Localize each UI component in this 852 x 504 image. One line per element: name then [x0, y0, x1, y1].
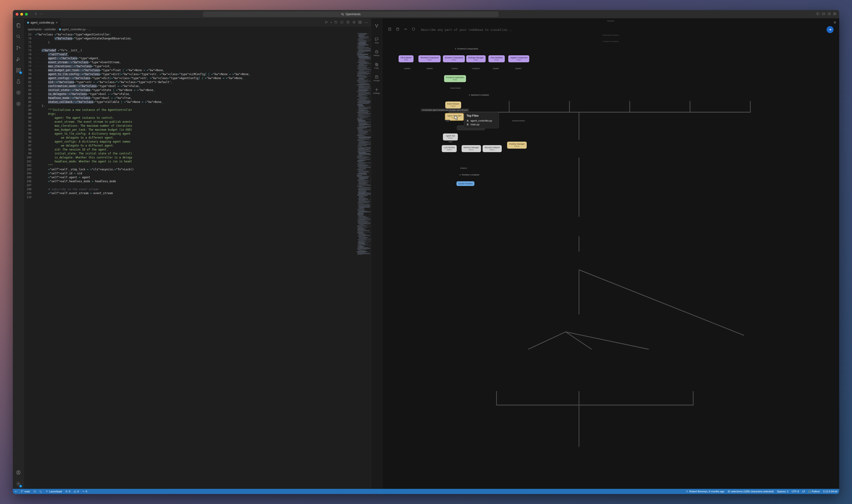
broadcast-icon[interactable]: [404, 27, 407, 32]
minimap[interactable]: [355, 32, 371, 489]
explorer-icon[interactable]: [13, 20, 24, 31]
search-icon[interactable]: [13, 32, 24, 42]
node-memory[interactable]: Memory ManagerPython: [461, 145, 481, 152]
svg-rect-37: [376, 64, 378, 66]
node-browser[interactable]: Browser ComponentReact: [443, 55, 465, 62]
editor-tabs: ⬢ agent_controller.py ✕: [24, 18, 371, 26]
run-dropdown-icon[interactable]: ▾: [331, 21, 332, 23]
settings-tool[interactable]: Settings: [373, 85, 381, 96]
svg-point-25: [18, 471, 19, 472]
close-tab-icon[interactable]: ✕: [56, 21, 58, 24]
python-file-icon: ⬢: [27, 21, 29, 24]
node-jupyter[interactable]: Jupyter ComponentReact: [508, 55, 529, 62]
testing-icon[interactable]: [13, 76, 24, 87]
launchpad[interactable]: Launchpad: [46, 490, 62, 493]
remote-indicator[interactable]: [15, 490, 18, 493]
window-minimize[interactable]: [20, 13, 23, 16]
more-icon[interactable]: ⋯: [364, 20, 368, 25]
split-icon[interactable]: [358, 20, 362, 25]
step-icon[interactable]: [340, 20, 344, 25]
gitlens-icon[interactable]: [13, 88, 24, 98]
node-docker[interactable]: Docker Runtime: [456, 181, 474, 186]
db-mode-icon[interactable]: [396, 27, 400, 32]
close-panel-icon[interactable]: ✕: [833, 20, 836, 25]
svg-point-32: [375, 24, 376, 25]
svg-point-27: [341, 21, 343, 23]
revert-icon[interactable]: [334, 20, 338, 25]
search-text: OpenHands: [346, 13, 361, 16]
run-icon[interactable]: [325, 20, 328, 25]
ports[interactable]: 0: [82, 490, 87, 493]
node-chat[interactable]: Chat InterfaceReact: [488, 55, 505, 62]
node-file-explorer[interactable]: File ExplorerReact: [399, 55, 414, 62]
gitlens-sb-icon[interactable]: [39, 490, 42, 493]
editor-panel: ⬢ agent_controller.py ✕ ▾ ⋯ openhands › …: [24, 18, 371, 489]
file-tab[interactable]: ⬢ agent_controller.py ✕: [24, 18, 61, 26]
node-frontend-app[interactable]: Frontend ApplicationReact: [444, 75, 466, 82]
file-icon: 🗎: [467, 119, 469, 122]
svg-rect-10: [17, 24, 20, 28]
tool-sidebar: Chat History Copy Prompt Settings: [371, 18, 382, 489]
layout-icon[interactable]: [833, 12, 836, 16]
breadcrumb[interactable]: openhands › controller › ⬢ agent_control…: [24, 26, 371, 32]
svg-rect-31: [360, 21, 361, 23]
section-backend: Backend Container: [469, 94, 489, 96]
account-icon[interactable]: [13, 467, 24, 478]
git-branch[interactable]: main: [21, 490, 30, 493]
node-runtime-mgr[interactable]: Runtime ManagerPython: [507, 142, 527, 149]
architecture-diagram[interactable]: Frontend Components File ExplorerReact T…: [382, 42, 839, 489]
eol[interactable]: LF: [802, 490, 805, 493]
chat-tool[interactable]: Chat: [373, 35, 381, 46]
svg-point-22: [17, 102, 20, 106]
top-files-tooltip: Top Files 🗎agent_controller.py 🗎main.py: [464, 112, 499, 128]
language[interactable]: { } Python: [808, 490, 820, 493]
errors[interactable]: 0: [65, 490, 70, 493]
shield-icon[interactable]: [412, 27, 415, 32]
svg-point-45: [23, 490, 23, 491]
file-mode-icon[interactable]: [388, 27, 392, 32]
encoding[interactable]: UTF-8: [792, 490, 799, 493]
visualization-panel: ✕ Interacts Describe any part of your co…: [382, 18, 839, 489]
warnings[interactable]: 0: [73, 490, 79, 493]
command-center[interactable]: OpenHands: [203, 12, 498, 17]
debug-icon[interactable]: [13, 54, 24, 64]
sync-icon[interactable]: [33, 490, 36, 493]
diff-icon[interactable]: [352, 20, 356, 25]
nav-back-icon[interactable]: [34, 12, 38, 16]
selections[interactable]: 31 selections (1055 characters selected): [728, 490, 774, 493]
svg-point-49: [83, 491, 84, 492]
nav-forward-icon[interactable]: [39, 12, 43, 16]
svg-rect-36: [375, 63, 377, 65]
node-event-stream[interactable]: Event StreamPython: [445, 102, 461, 108]
svg-point-46: [40, 490, 40, 491]
panel-left-icon[interactable]: [816, 12, 819, 16]
indent[interactable]: Spaces: 2: [777, 490, 788, 493]
viz-prompt-input[interactable]: Describe any part of your codebase to vi…: [421, 28, 824, 32]
settings-icon[interactable]: 1: [13, 479, 24, 489]
git-blame[interactable]: Robert Brennan, 6 months ago: [686, 490, 724, 493]
panel-right-icon[interactable]: [828, 12, 831, 16]
svg-point-42: [405, 29, 406, 30]
window-maximize[interactable]: [25, 13, 28, 16]
python-version[interactable]: 3.12.6 64-bit: [823, 490, 837, 493]
compare-icon[interactable]: [346, 20, 350, 25]
copy-tool[interactable]: Copy: [373, 60, 381, 71]
window-close[interactable]: [16, 13, 18, 16]
tab-filename: agent_controller.py: [31, 21, 54, 24]
svg-point-12: [17, 46, 18, 47]
source-control-icon[interactable]: [13, 43, 24, 53]
node-agent-hub[interactable]: Agent HubPython: [443, 133, 458, 141]
node-settings[interactable]: Settings ManagerReact: [466, 55, 486, 62]
node-security[interactable]: Security AnalyzerPython: [483, 145, 502, 152]
viz-branch-icon[interactable]: [373, 20, 381, 32]
prompt-tool[interactable]: Prompt: [373, 73, 381, 84]
node-llm[interactable]: LLM ServicePython: [442, 145, 457, 152]
history-tool[interactable]: History: [373, 47, 381, 58]
code-area[interactable]: ="kw">class ="kw">class="type">AgentCont…: [35, 32, 355, 489]
submit-button[interactable]: [827, 26, 834, 33]
panel-bottom-icon[interactable]: [822, 12, 825, 16]
docker-icon[interactable]: [13, 99, 24, 109]
extensions-icon[interactable]: 2: [13, 65, 24, 75]
svg-point-50: [687, 490, 687, 491]
node-terminal[interactable]: Terminal ComponentReact: [418, 55, 440, 62]
